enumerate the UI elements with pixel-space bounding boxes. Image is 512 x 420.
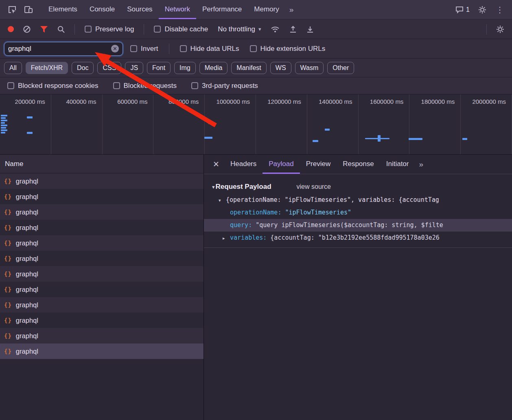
tab-memory[interactable]: Memory (248, 0, 285, 19)
clear-network-log-icon[interactable] (20, 25, 34, 33)
request-name: graphql (16, 332, 38, 340)
request-name: graphql (16, 224, 38, 232)
payload-line[interactable]: operationName: "ipFlowTimeseries" (204, 206, 512, 219)
waterfall-bar (462, 138, 467, 140)
filter-funnel-icon[interactable] (37, 26, 51, 33)
waterfall-bar (313, 140, 318, 142)
filter-chip-font[interactable]: Font (147, 62, 171, 74)
json-braces-icon: {} (4, 255, 12, 262)
tab-network[interactable]: Network (159, 0, 196, 19)
checkbox[interactable] (154, 26, 161, 33)
option-checkbox-blocked-requests[interactable]: Blocked requests (110, 82, 180, 90)
request-payload-title: Request Payload (216, 183, 271, 191)
detail-tab-preview[interactable]: Preview (300, 155, 337, 174)
clear-filter-icon[interactable]: ✕ (111, 45, 119, 52)
filter-chip-fetch-xhr[interactable]: Fetch/XHR (26, 62, 68, 74)
checkbox[interactable] (130, 45, 137, 52)
request-name: graphql (16, 208, 38, 216)
tab-sources[interactable]: Sources (121, 0, 158, 19)
network-settings-gear-icon[interactable] (493, 25, 507, 33)
request-name: graphql (16, 348, 38, 355)
request-row[interactable]: {}graphql (0, 343, 203, 359)
filter-chip-media[interactable]: Media (199, 62, 228, 74)
filter-input[interactable] (8, 45, 111, 53)
request-row[interactable]: {}graphql (0, 235, 203, 251)
disclosure-triangle-icon[interactable]: ▾ (219, 194, 226, 206)
hide-data-urls-label: Hide data URLs (190, 45, 239, 53)
settings-gear-icon[interactable] (475, 6, 490, 14)
request-name: graphql (16, 270, 38, 278)
tab-console[interactable]: Console (83, 0, 121, 19)
option-checkbox-blocked-response-cookies[interactable]: Blocked response cookies (4, 82, 102, 90)
hide-extension-urls-checkbox[interactable]: Hide extension URLs (247, 45, 329, 53)
record-button[interactable] (8, 26, 14, 32)
checkbox[interactable] (191, 82, 198, 89)
more-tabs-chevron[interactable]: » (285, 5, 298, 14)
section-collapse-triangle-icon[interactable]: ▾ (212, 184, 215, 190)
tab-elements[interactable]: Elements (42, 0, 83, 19)
request-row[interactable]: {}graphql (0, 313, 203, 328)
name-column-header[interactable]: Name (0, 155, 203, 173)
preserve-log-checkbox[interactable]: Preserve log (81, 25, 137, 33)
close-detail-icon[interactable]: ✕ (208, 160, 224, 169)
filter-chip-wasm[interactable]: Wasm (295, 62, 324, 74)
view-source-link[interactable]: view source (297, 183, 331, 190)
invert-checkbox[interactable]: Invert (127, 45, 162, 53)
filter-input-box: ✕ (4, 42, 123, 56)
inspect-element-icon[interactable] (4, 5, 20, 14)
filter-chip-doc[interactable]: Doc (72, 62, 94, 74)
filter-chip-css[interactable]: CSS (97, 62, 121, 74)
payload-line[interactable]: ▾{operationName: "ipFlowTimeseries", var… (204, 194, 512, 206)
disable-cache-label: Disable cache (164, 25, 208, 33)
payload-root-text: {operationName: "ipFlowTimeseries", vari… (226, 196, 439, 203)
payload-line[interactable]: ▸variables: {accountTag: "b12e3b2192ee55… (204, 232, 512, 244)
checkbox[interactable] (7, 82, 14, 89)
detail-tab-headers[interactable]: Headers (224, 155, 263, 174)
filter-chip-other[interactable]: Other (327, 62, 354, 74)
filter-chip-img[interactable]: Img (174, 62, 196, 74)
tab-performance[interactable]: Performance (196, 0, 248, 19)
detail-tab-response[interactable]: Response (337, 155, 380, 174)
payload-line[interactable]: query: "query ipFlowTimeseries($accountT… (204, 219, 512, 232)
detail-tab-strip: ✕ HeadersPayloadPreviewResponseInitiator… (204, 155, 512, 174)
console-messages-button[interactable]: 1 (452, 6, 473, 13)
export-har-icon[interactable] (303, 25, 317, 33)
disclosure-triangle-icon[interactable]: ▸ (223, 232, 230, 244)
timeline-tick: 1400000 ms (307, 94, 359, 154)
checkbox[interactable] (250, 45, 257, 52)
checkbox[interactable] (180, 45, 187, 52)
filter-chip-all[interactable]: All (4, 62, 22, 74)
request-row[interactable]: {}graphql (0, 204, 203, 220)
waterfall-bar (1, 127, 6, 129)
filter-chip-ws[interactable]: WS (270, 62, 291, 74)
request-row[interactable]: {}graphql (0, 220, 203, 235)
disable-cache-checkbox[interactable]: Disable cache (151, 25, 211, 33)
request-row[interactable]: {}graphql (0, 251, 203, 266)
more-detail-tabs-chevron[interactable]: » (415, 160, 427, 169)
filter-chip-manifest[interactable]: Manifest (231, 62, 266, 74)
throttling-dropdown[interactable]: No throttling ▾ (214, 25, 264, 33)
detail-tab-payload[interactable]: Payload (263, 155, 300, 174)
hide-data-urls-checkbox[interactable]: Hide data URLs (177, 45, 243, 53)
request-row[interactable]: {}graphql (0, 189, 203, 204)
filter-chip-js[interactable]: JS (125, 62, 143, 74)
request-row[interactable]: {}graphql (0, 282, 203, 297)
import-har-icon[interactable] (286, 25, 300, 33)
payload-key: variables: (230, 234, 267, 241)
network-conditions-icon[interactable] (267, 25, 283, 33)
request-row[interactable]: {}graphql (0, 328, 203, 343)
json-braces-icon: {} (4, 302, 12, 308)
request-row[interactable]: {}graphql (0, 297, 203, 313)
checkbox[interactable] (113, 82, 120, 89)
detail-tab-initiator[interactable]: Initiator (380, 155, 415, 174)
device-toolbar-icon[interactable] (20, 6, 37, 14)
search-icon[interactable] (54, 25, 68, 33)
kebab-menu-icon[interactable]: ⋮ (492, 5, 508, 15)
main-tabs: ElementsConsoleSourcesNetworkPerformance… (42, 0, 285, 19)
checkbox[interactable] (85, 26, 92, 33)
request-row[interactable]: {}graphql (0, 173, 203, 189)
request-row[interactable]: {}graphql (0, 266, 203, 282)
network-overview-timeline[interactable]: 200000 ms400000 ms600000 ms800000 ms1000… (0, 94, 512, 155)
request-detail-panel: ✕ HeadersPayloadPreviewResponseInitiator… (204, 155, 512, 420)
option-checkbox-3rd-party-requests[interactable]: 3rd-party requests (188, 82, 261, 90)
